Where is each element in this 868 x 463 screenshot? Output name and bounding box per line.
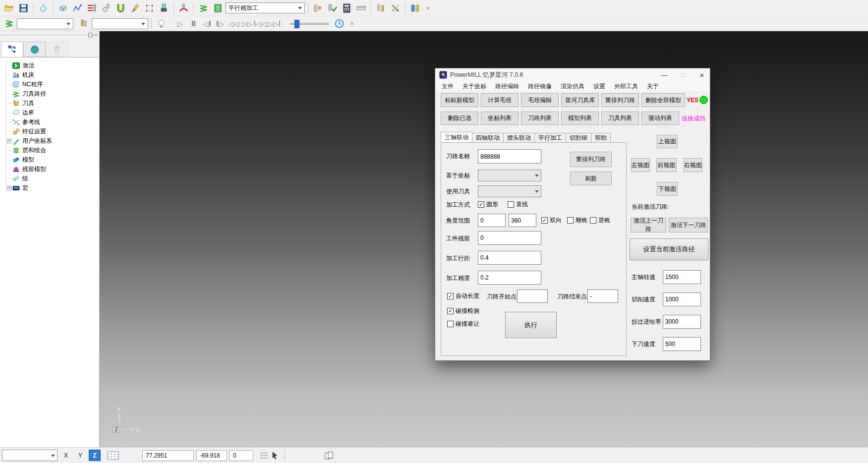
rearrange-toolpaths-button[interactable]: 重排列刀路 (601, 93, 639, 107)
tolerance-input[interactable] (478, 271, 541, 285)
tab-parallel[interactable]: 平行加工 (534, 133, 566, 142)
search-back-icon[interactable]: ◁◁ (228, 18, 240, 30)
close-icon[interactable]: × (694, 68, 710, 81)
tab-recycle-bin[interactable] (46, 42, 68, 57)
cutting-feed-input[interactable] (663, 292, 701, 306)
tab-saw[interactable]: 切割锯 (566, 133, 591, 142)
toolbar-close-icon[interactable]: × (423, 3, 433, 13)
dialog-titlebar[interactable]: PowerMILL 忆梦星河 7.0.6 — □ × (435, 68, 710, 81)
climb-checkbox[interactable]: 顺铣 (567, 216, 587, 225)
curve-editor-icon[interactable] (128, 1, 142, 14)
feed-rate-icon[interactable] (85, 1, 99, 14)
maximize-icon[interactable]: □ (675, 68, 691, 81)
play-icon[interactable]: ▷ (174, 18, 186, 30)
save-project-icon[interactable] (17, 1, 30, 14)
activate-next-button[interactable]: 激活下一刀路 (669, 218, 708, 232)
tree-item-tools[interactable]: 刀具 (12, 99, 99, 108)
shade-icon[interactable] (155, 17, 168, 30)
collision-avoid-checkbox[interactable]: 碰撞避让 (447, 320, 479, 328)
minimize-icon[interactable]: — (656, 68, 672, 81)
statusbar-combobox[interactable] (2, 450, 58, 461)
toolpath-connections-icon[interactable] (71, 1, 84, 14)
menu-about[interactable]: 关于 (642, 82, 663, 91)
tab-globe[interactable] (23, 42, 46, 57)
strategy-combobox[interactable]: 平行精加工 (226, 2, 305, 13)
top-view-button[interactable]: 上视图 (657, 135, 678, 148)
tool-holder-icon[interactable] (157, 1, 171, 14)
pattern-icon[interactable] (143, 1, 156, 14)
tool-icon[interactable] (100, 1, 113, 14)
menu-about-coords[interactable]: 关于坐标 (458, 82, 491, 91)
measure-icon[interactable] (354, 1, 368, 14)
spindle-speed-input[interactable] (663, 270, 701, 284)
collision-check-icon[interactable] (114, 1, 127, 14)
transform-icon[interactable] (389, 1, 402, 14)
tree-item-toolpaths[interactable]: 刀具路径 (12, 89, 99, 99)
tree-item-machine[interactable]: 机床 (12, 70, 99, 80)
collision-check-checkbox[interactable]: 碰撞检测 (447, 307, 479, 315)
model-list-button[interactable]: 模型列表 (561, 112, 599, 125)
checkbox-box[interactable] (590, 217, 596, 224)
blank-icon[interactable] (37, 1, 50, 14)
toolpath-name-input[interactable] (478, 149, 541, 164)
panel-header[interactable]: × (0, 31, 99, 41)
refresh-button[interactable]: 刷新 (570, 172, 612, 185)
plunge-feed-input[interactable] (663, 337, 701, 351)
tab-4axis[interactable]: 四轴联动 (472, 133, 504, 142)
set-active-path-button[interactable]: 设置当前激活路径 (630, 238, 708, 260)
simulate-check-icon[interactable] (326, 1, 339, 14)
tab-explorer[interactable] (1, 42, 23, 57)
sim-toolpath-combobox[interactable] (17, 18, 73, 29)
list-options-icon[interactable] (260, 452, 269, 460)
stock-allowance-input[interactable] (478, 231, 541, 245)
float-panel-icon[interactable] (88, 33, 93, 37)
skim-feed-input[interactable] (663, 315, 701, 329)
bidirectional-checkbox[interactable]: 双向 (541, 216, 562, 225)
use-tool-combobox[interactable] (478, 185, 541, 197)
calculator-icon[interactable] (340, 1, 353, 14)
database-icon[interactable] (408, 1, 422, 14)
tree-item-nc-programs[interactable]: NC程序 (12, 80, 99, 89)
checkbox-box[interactable] (447, 293, 454, 299)
blank-edit-button[interactable]: 毛坯编辑 (521, 93, 559, 107)
tree-item-models[interactable]: 模型 (12, 155, 99, 165)
toolpath-verify-icon[interactable] (311, 1, 325, 14)
conventional-checkbox[interactable]: 逆铣 (590, 216, 610, 225)
bottom-view-button[interactable]: 下视图 (657, 182, 678, 196)
clock-icon[interactable] (333, 17, 346, 30)
rearrange-button[interactable]: 重排列刀路 (570, 152, 612, 167)
pause-icon[interactable] (187, 18, 200, 30)
tree-item-groups[interactable]: 组 (12, 174, 99, 183)
circular-checkbox[interactable]: 圆形 (478, 200, 498, 209)
axis-y-button[interactable]: Y (74, 450, 86, 461)
front-view-button[interactable]: 前视图 (656, 158, 677, 172)
start-point-input[interactable] (517, 289, 548, 303)
angle-from-input[interactable] (478, 214, 506, 227)
search-forward-icon[interactable]: ▷▷ (241, 18, 253, 30)
menu-path-mirror[interactable]: 路径镜像 (523, 82, 556, 91)
tab-help[interactable]: 帮助 (591, 133, 611, 142)
checkbox-box[interactable] (508, 201, 514, 208)
step-forward-icon[interactable]: ▷ (214, 18, 227, 30)
create-block-icon[interactable] (57, 1, 70, 14)
tool-change-icon[interactable] (374, 1, 388, 14)
axis-x-button[interactable]: X (60, 450, 72, 461)
expand-icon[interactable]: + (7, 186, 11, 190)
coord-list-button[interactable]: 坐标列表 (481, 112, 519, 125)
step-back-icon[interactable]: ◁ (201, 18, 213, 30)
close-panel-icon[interactable]: × (95, 32, 98, 38)
end-point-input[interactable] (587, 289, 618, 303)
drive-list-button[interactable]: 驱动列表 (641, 112, 679, 125)
expand-icon[interactable]: + (7, 139, 11, 143)
paste-new-model-button[interactable]: 粘贴新模型 (441, 93, 478, 107)
menu-external-tools[interactable]: 外部工具 (610, 82, 642, 91)
delete-all-models-button[interactable]: 删除全部模型 (641, 93, 685, 107)
toolpath-icon[interactable] (197, 1, 210, 14)
speed-slider[interactable] (290, 23, 329, 25)
execute-button[interactable]: 执行 (505, 312, 557, 338)
tree-item-activate[interactable]: 激活 (12, 61, 99, 70)
toolbar-close-icon[interactable]: × (347, 19, 357, 29)
toolpath-list-button[interactable]: 刀路列表 (521, 112, 559, 125)
pages-icon[interactable] (324, 451, 334, 460)
tree-item-levels-sets[interactable]: 层和组合 (12, 146, 99, 155)
